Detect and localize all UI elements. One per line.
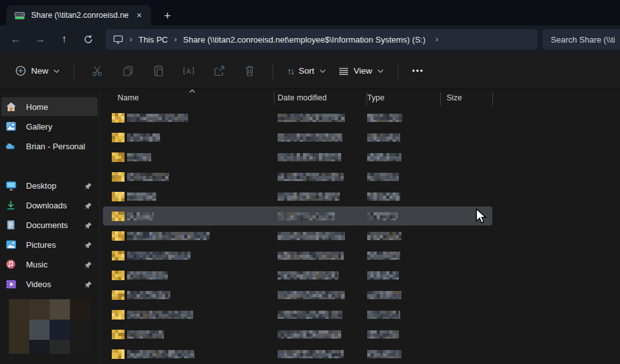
address-bar[interactable]: › This PC › Share (\\titan2.conroeisd.ne…	[105, 29, 537, 50]
column-divider[interactable]	[492, 92, 493, 105]
sidebar-item-label: Downloads	[26, 201, 67, 210]
column-headers: Name Date modified Type Size	[100, 89, 620, 108]
plus-circle-icon	[15, 65, 26, 76]
folder-icon	[112, 172, 125, 182]
rename-icon: A	[182, 65, 195, 77]
blurred-file-type	[367, 192, 400, 201]
trash-icon	[244, 65, 255, 77]
column-divider[interactable]	[274, 92, 274, 105]
breadcrumb-path[interactable]: Share (\\titan2.conroeisd.net\employee$\…	[183, 35, 426, 44]
column-divider[interactable]	[440, 92, 441, 105]
sidebar-item-label: Home	[26, 102, 48, 112]
rename-button[interactable]: A	[176, 60, 201, 83]
view-button[interactable]: View	[332, 61, 390, 81]
cut-button[interactable]	[84, 60, 110, 83]
file-row[interactable]	[100, 147, 620, 167]
sort-button[interactable]: ↑↓ Sort	[281, 61, 332, 81]
sidebar-item-home[interactable]: Home	[1, 97, 98, 116]
sidebar-item-onedrive-personal[interactable]: Brian - Personal	[1, 137, 98, 156]
blurred-file-type	[367, 133, 400, 142]
sidebar-item-gallery[interactable]: Gallery	[1, 117, 98, 136]
sidebar-item-documents[interactable]: Documents	[1, 215, 98, 234]
new-button[interactable]: New	[9, 60, 66, 81]
blurred-date-modified	[278, 252, 344, 260]
titlebar: Share (\\titan2.conroeisd.net\e × +	[0, 0, 620, 25]
copy-button[interactable]	[115, 60, 140, 83]
folder-icon	[112, 290, 125, 300]
this-pc-icon	[113, 35, 123, 44]
sidebar-item-desktop[interactable]: Desktop	[1, 176, 98, 195]
file-row[interactable]	[100, 128, 620, 147]
blurred-file-type	[367, 291, 401, 299]
new-tab-button[interactable]: +	[164, 9, 171, 23]
paste-button[interactable]	[145, 60, 171, 83]
blurred-file-name	[127, 114, 188, 122]
blurred-file-type	[367, 330, 399, 339]
breadcrumb-root[interactable]: This PC	[138, 35, 168, 44]
blurred-date-modified	[278, 311, 342, 319]
pin-icon	[84, 260, 92, 271]
share-button[interactable]	[206, 60, 232, 83]
list-view-icon	[339, 67, 349, 75]
blurred-file-type	[367, 271, 399, 280]
file-row[interactable]	[100, 325, 620, 344]
column-header-name[interactable]: Name	[118, 93, 138, 102]
downloads-icon	[6, 200, 16, 210]
column-header-date-modified[interactable]: Date modified	[278, 93, 327, 102]
share-icon	[213, 65, 226, 77]
column-divider[interactable]	[367, 92, 367, 105]
blurred-file-type	[367, 311, 400, 319]
blurred-date-modified	[278, 133, 342, 142]
desktop-icon	[6, 181, 17, 191]
forward-button[interactable]: →	[28, 29, 52, 50]
breadcrumb-separator: ›	[130, 35, 132, 44]
folder-icon	[112, 152, 125, 162]
sidebar-item-label: Desktop	[26, 181, 57, 191]
file-row[interactable]	[100, 285, 620, 305]
blurred-file-name	[127, 330, 164, 339]
sidebar-item-downloads[interactable]: Downloads	[1, 196, 98, 215]
up-button[interactable]: ↑	[52, 29, 76, 50]
file-row[interactable]	[100, 266, 620, 285]
sidebar-item-pictures[interactable]: Pictures	[1, 235, 98, 254]
folder-icon	[112, 271, 125, 280]
sidebar-item-videos[interactable]: Videos	[1, 274, 98, 293]
column-header-size[interactable]: Size	[447, 93, 462, 102]
folder-icon	[112, 349, 125, 359]
search-input[interactable]: Search Share (\\ti	[542, 29, 620, 50]
file-row[interactable]	[100, 246, 620, 266]
sidebar-item-music[interactable]: Music	[1, 255, 98, 274]
file-row[interactable]	[100, 206, 620, 226]
command-toolbar: New	[0, 53, 620, 89]
blurred-file-type	[367, 212, 398, 220]
file-row[interactable]	[100, 344, 620, 364]
home-icon	[6, 102, 17, 112]
pin-icon	[84, 220, 92, 232]
column-header-type[interactable]: Type	[367, 93, 384, 102]
folder-icon	[112, 310, 125, 320]
refresh-button[interactable]	[76, 29, 100, 50]
blurred-file-name	[127, 173, 169, 181]
blurred-date-modified	[278, 291, 345, 299]
file-list-panel: Name Date modified Type Size	[100, 89, 620, 364]
file-row[interactable]	[100, 167, 620, 187]
more-options-button[interactable]: •••	[406, 62, 431, 81]
file-row[interactable]	[100, 108, 620, 128]
file-row[interactable]	[100, 187, 620, 206]
back-button[interactable]: ←	[4, 29, 28, 50]
search-placeholder: Search Share (\\ti	[551, 35, 615, 44]
close-tab-button[interactable]: ×	[132, 8, 146, 22]
blurred-file-name	[127, 232, 210, 240]
blurred-file-name	[127, 291, 170, 299]
blurred-file-type	[367, 153, 401, 161]
folder-icon	[112, 212, 125, 221]
music-icon	[6, 259, 16, 269]
delete-button[interactable]	[237, 60, 262, 83]
explorer-tab[interactable]: Share (\\titan2.conroeisd.net\e ×	[6, 5, 151, 25]
file-row[interactable]	[100, 226, 620, 246]
file-row[interactable]	[100, 305, 620, 325]
chevron-right-icon[interactable]	[6, 143, 12, 149]
breadcrumb-expand-chevron[interactable]: ›	[436, 35, 438, 44]
file-explorer-window: Share (\\titan2.conroeisd.net\e × + ← → …	[0, 0, 620, 364]
sort-ascending-icon	[189, 89, 196, 93]
